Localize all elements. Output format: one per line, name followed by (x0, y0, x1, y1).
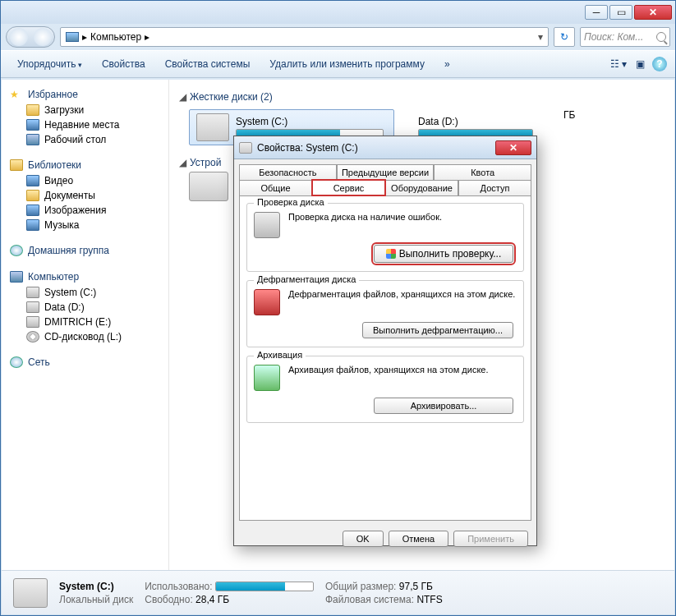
search-input[interactable]: Поиск: Ком... (580, 27, 670, 47)
free-value: 28,4 ГБ (195, 594, 229, 605)
apply-button[interactable]: Применить (453, 531, 528, 547)
sidebar-item-desktop[interactable]: Рабочий стол (5, 132, 165, 147)
back-button[interactable] (10, 28, 28, 46)
address-bar[interactable]: ▸ Компьютер ▸ ▾ (60, 27, 549, 47)
toolbar-overflow[interactable]: » (436, 55, 458, 73)
used-label: Использовано: (145, 581, 212, 592)
minimize-button[interactable]: ─ (585, 5, 608, 20)
view-options-icon[interactable]: ☷ ▾ (609, 55, 628, 73)
documents-icon (26, 190, 39, 201)
status-bar: System (C:) Локальный диск Использовано:… (2, 570, 674, 614)
titlebar: ─ ▭ ✕ (1, 1, 675, 24)
dialog-title: Свойства: System (C:) (257, 142, 358, 154)
ok-button[interactable]: OK (343, 531, 384, 547)
cancel-button[interactable]: Отмена (389, 531, 448, 547)
device-item[interactable] (189, 172, 228, 201)
tab-hardware[interactable]: Оборудование (385, 180, 458, 195)
drive-label: System (C:) (236, 116, 384, 127)
collapse-icon[interactable]: ◢ (179, 157, 186, 168)
address-dropdown[interactable]: ▾ (538, 31, 543, 43)
search-icon (656, 32, 666, 42)
status-drive-type: Локальный диск (59, 594, 133, 605)
fs-value: NTFS (416, 594, 442, 605)
video-icon (26, 175, 39, 186)
sidebar-item-systemc[interactable]: System (C:) (5, 285, 165, 300)
sidebar-item-recent[interactable]: Недавние места (5, 117, 165, 132)
collapse-icon[interactable]: ◢ (179, 91, 186, 103)
check-disk-button[interactable]: Выполнить проверку... (374, 245, 513, 263)
sidebar-item-images[interactable]: Изображения (5, 203, 165, 218)
shield-icon (386, 249, 396, 259)
music-icon (26, 219, 39, 231)
sidebar: ★Избранное Загрузки Недавние места Рабоч… (2, 80, 169, 614)
breadcrumb-sep: ▸ (145, 31, 149, 43)
tab-general[interactable]: Общие (239, 180, 312, 195)
total-label: Общий размер: (325, 581, 396, 592)
recent-icon (26, 119, 39, 131)
sidebar-item-video[interactable]: Видео (5, 173, 165, 188)
drive-icon (26, 316, 39, 328)
network-icon (10, 356, 23, 368)
defrag-description: Дефрагментация файлов, хранящихся на это… (288, 289, 517, 299)
preview-pane-icon[interactable]: ▣ (631, 55, 649, 73)
tab-tools[interactable]: Сервис (312, 180, 385, 195)
properties-dialog: Свойства: System (C:) ✕ Безопасность Пре… (233, 136, 537, 546)
libraries-icon (10, 159, 23, 171)
toolbar: Упорядочить Свойства Свойства системы Уд… (1, 50, 675, 78)
sidebar-item-datad[interactable]: Data (D:) (5, 300, 165, 315)
homegroup-icon (10, 245, 23, 256)
sidebar-item-downloads[interactable]: Загрузки (5, 103, 165, 117)
favorites-header[interactable]: ★Избранное (5, 86, 165, 103)
tab-quota[interactable]: Квота (434, 164, 531, 180)
tab-sharing[interactable]: Доступ (458, 180, 531, 195)
backup-legend: Архивация (254, 350, 306, 360)
computer-icon (10, 271, 23, 283)
homegroup-header[interactable]: Домашняя группа (5, 242, 165, 259)
close-button[interactable]: ✕ (634, 5, 672, 20)
refresh-button[interactable]: ↻ (554, 27, 575, 47)
uninstall-button[interactable]: Удалить или изменить программу (261, 55, 433, 73)
total-value: 97,5 ГБ (399, 581, 433, 592)
nav-buttons[interactable] (6, 26, 55, 48)
disk-icon (254, 212, 280, 238)
star-icon: ★ (10, 89, 23, 100)
properties-button[interactable]: Свойства (94, 55, 154, 73)
address-row: ▸ Компьютер ▸ ▾ ↻ Поиск: Ком... (1, 24, 675, 50)
folder-icon (26, 104, 39, 116)
free-label: Свободно: (145, 594, 193, 605)
backup-button[interactable]: Архивировать... (374, 398, 513, 414)
help-icon[interactable]: ? (652, 57, 667, 71)
backup-description: Архивация файлов, хранящихся на этом дис… (288, 365, 517, 375)
gb-text: ГБ (563, 109, 575, 145)
desktop-icon (26, 134, 39, 145)
hard-drives-header: ◢Жесткие диски (2) (179, 86, 665, 106)
group-backup: Архивация Архивация файлов, хранящихся н… (246, 356, 524, 423)
used-bar (215, 582, 314, 591)
group-check-disk: Проверка диска Проверка диска на наличие… (246, 203, 524, 272)
dialog-close-button[interactable]: ✕ (495, 140, 531, 155)
drive-icon (13, 578, 48, 608)
dialog-titlebar[interactable]: Свойства: System (C:) ✕ (234, 136, 536, 159)
sidebar-item-documents[interactable]: Документы (5, 188, 165, 203)
check-disk-legend: Проверка диска (254, 197, 328, 207)
system-properties-button[interactable]: Свойства системы (157, 55, 259, 73)
defrag-icon (254, 289, 280, 315)
forward-button[interactable] (34, 28, 52, 46)
tab-previous-versions[interactable]: Предыдущие версии (337, 164, 435, 180)
defrag-button[interactable]: Выполнить дефрагментацию... (362, 322, 513, 338)
sidebar-item-music[interactable]: Музыка (5, 218, 165, 232)
status-drive-name: System (C:) (59, 581, 133, 592)
organize-menu[interactable]: Упорядочить (9, 55, 90, 73)
search-placeholder: Поиск: Ком... (584, 31, 643, 43)
network-header[interactable]: Сеть (5, 354, 165, 370)
computer-header[interactable]: Компьютер (5, 269, 165, 285)
libraries-header[interactable]: Библиотеки (5, 157, 165, 173)
sidebar-item-cd[interactable]: CD-дисковод (L:) (5, 329, 165, 344)
tab-content: Проверка диска Проверка диска на наличие… (239, 195, 531, 521)
backup-icon (254, 365, 280, 391)
maximize-button[interactable]: ▭ (609, 5, 632, 20)
sidebar-item-dmitrich[interactable]: DMITRICH (E:) (5, 315, 165, 329)
breadcrumb-computer[interactable]: Компьютер (90, 31, 141, 43)
tab-security[interactable]: Безопасность (239, 164, 337, 180)
drive-icon (239, 142, 252, 154)
